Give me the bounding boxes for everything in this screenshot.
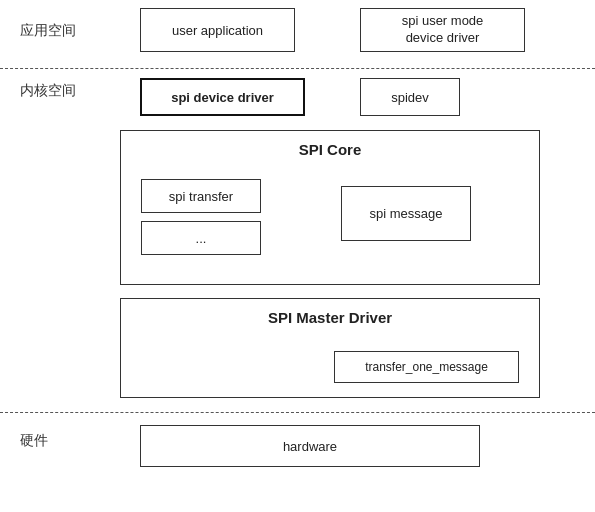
- architecture-diagram: 应用空间 user application spi user modedevic…: [0, 0, 595, 512]
- spidev-box: spidev: [360, 78, 460, 116]
- ellipsis-box: ...: [141, 221, 261, 255]
- hardware-label: 硬件: [20, 432, 48, 450]
- spi-message-box: spi message: [341, 186, 471, 241]
- transfer-one-message-box: transfer_one_message: [334, 351, 519, 383]
- divider-app-kernel: [0, 68, 595, 69]
- user-application-box: user application: [140, 8, 295, 52]
- spi-core-title: SPI Core: [121, 131, 539, 166]
- spi-core-outer-box: SPI Core spi transfer ... spi message: [120, 130, 540, 285]
- app-space-label: 应用空间: [20, 22, 76, 40]
- spi-master-outer-box: SPI Master Driver transfer_one_message: [120, 298, 540, 398]
- divider-kernel-hardware: [0, 412, 595, 413]
- hardware-box: hardware: [140, 425, 480, 467]
- spi-device-driver-box: spi device driver: [140, 78, 305, 116]
- kernel-space-label: 内核空间: [20, 82, 76, 100]
- spi-master-title: SPI Master Driver: [121, 299, 539, 334]
- spi-user-mode-driver-box: spi user modedevice driver: [360, 8, 525, 52]
- spi-transfer-box: spi transfer: [141, 179, 261, 213]
